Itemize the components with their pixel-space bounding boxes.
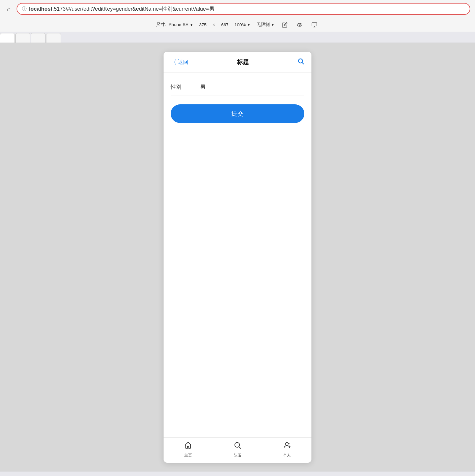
page-title: 标题 bbox=[237, 58, 249, 66]
browser-tab-3[interactable] bbox=[31, 33, 46, 43]
mobile-content: 性别 男 提交 bbox=[164, 73, 311, 437]
limit-selector[interactable]: 无限制 ▼ bbox=[256, 22, 274, 27]
viewport-height: 667 bbox=[221, 22, 229, 27]
zoom-chevron-icon: ▼ bbox=[247, 23, 251, 27]
nav-item-profile[interactable]: 个人 bbox=[262, 441, 311, 458]
limit-label: 无限制 bbox=[256, 22, 270, 27]
zoom-label: 100% bbox=[235, 22, 246, 27]
device-selector[interactable]: 尺寸: iPhone SE ▼ bbox=[156, 22, 193, 27]
browser-tab-2[interactable] bbox=[15, 33, 30, 43]
browser-tabs bbox=[0, 32, 475, 43]
team-nav-label: 队伍 bbox=[234, 453, 241, 458]
profile-nav-label: 个人 bbox=[283, 453, 291, 458]
svg-point-7 bbox=[285, 443, 288, 445]
export-button[interactable] bbox=[310, 20, 319, 29]
browser-chrome: ⌂ ⓘ localhost:5173/#/user/edit?editKey=g… bbox=[0, 0, 475, 43]
address-host: localhost bbox=[29, 6, 52, 12]
svg-point-3 bbox=[298, 59, 303, 63]
back-label: 返回 bbox=[178, 59, 188, 66]
gender-field-value: 男 bbox=[200, 83, 206, 90]
svg-point-0 bbox=[297, 23, 302, 26]
profile-nav-icon bbox=[283, 441, 291, 451]
browser-top-bar: ⌂ ⓘ localhost:5173/#/user/edit?editKey=g… bbox=[0, 0, 475, 18]
device-chevron-icon: ▼ bbox=[190, 23, 193, 27]
gender-field-row: 性别 男 bbox=[171, 79, 304, 95]
svg-rect-2 bbox=[312, 22, 317, 26]
team-nav-icon bbox=[233, 441, 242, 451]
mobile-header: 〈 返回 标题 bbox=[164, 52, 311, 73]
search-icon bbox=[297, 58, 304, 65]
zoom-selector[interactable]: 100% ▼ bbox=[235, 22, 251, 27]
bottom-navigation: 主页 队伍 bbox=[164, 437, 311, 463]
back-button[interactable]: 〈 返回 bbox=[171, 58, 188, 66]
gender-field-label: 性别 bbox=[171, 83, 200, 90]
address-bar[interactable]: ⓘ localhost:5173/#/user/edit?editKey=gen… bbox=[17, 3, 470, 15]
svg-line-6 bbox=[239, 447, 241, 449]
device-label: 尺寸: iPhone SE bbox=[156, 22, 188, 27]
eye-icon bbox=[297, 22, 303, 28]
svg-line-4 bbox=[302, 63, 304, 64]
back-chevron-icon: 〈 bbox=[171, 58, 177, 66]
svg-point-5 bbox=[235, 443, 240, 447]
address-bar-text: localhost:5173/#/user/edit?editKey=gende… bbox=[29, 5, 214, 12]
search-button[interactable] bbox=[297, 58, 304, 67]
home-button[interactable]: ⌂ bbox=[5, 5, 13, 13]
home-nav-label: 主页 bbox=[184, 453, 192, 458]
info-icon: ⓘ bbox=[22, 6, 27, 12]
pen-tool-button[interactable] bbox=[280, 20, 289, 29]
browser-toolbar: 尺寸: iPhone SE ▼ 375 × 667 100% ▼ 无限制 ▼ bbox=[0, 18, 475, 32]
dimension-separator: × bbox=[212, 22, 215, 27]
browser-tab-active[interactable] bbox=[0, 33, 15, 43]
mobile-frame: 〈 返回 标题 性别 男 提交 bbox=[164, 52, 311, 463]
svg-point-1 bbox=[299, 24, 300, 25]
address-path: :5173/#/user/edit?editKey=gender&editNam… bbox=[52, 6, 214, 12]
eye-button[interactable] bbox=[295, 20, 304, 29]
limit-chevron-icon: ▼ bbox=[271, 23, 274, 27]
export-icon bbox=[311, 22, 317, 28]
home-nav-icon bbox=[184, 441, 192, 451]
nav-item-home[interactable]: 主页 bbox=[164, 441, 213, 458]
main-content: 〈 返回 标题 性别 男 提交 bbox=[0, 43, 475, 472]
viewport-width: 375 bbox=[199, 22, 206, 27]
browser-tab-4[interactable] bbox=[46, 33, 61, 43]
nav-item-team[interactable]: 队伍 bbox=[213, 441, 262, 458]
submit-button[interactable]: 提交 bbox=[171, 104, 304, 123]
pen-icon bbox=[282, 22, 288, 28]
home-icon: ⌂ bbox=[7, 6, 11, 12]
